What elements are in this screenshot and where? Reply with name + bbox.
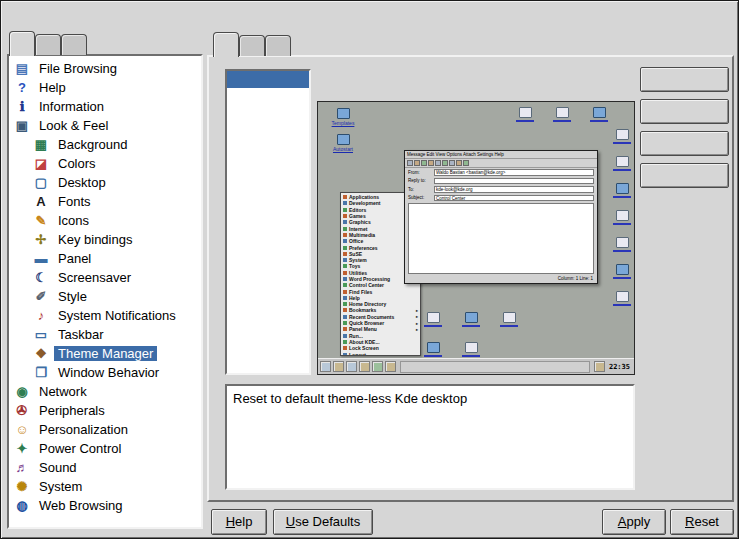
tree-item[interactable]: ◍ Web Browsing	[9, 496, 201, 515]
help-button[interactable]: Help	[211, 509, 267, 535]
tree-item-label: System	[35, 479, 86, 494]
menu-item-icon	[343, 227, 347, 231]
theme-action-button[interactable]	[640, 99, 729, 124]
tree-item-icon: ℹ	[14, 99, 30, 114]
left-tab[interactable]	[61, 34, 87, 55]
icon-label-line	[613, 223, 631, 225]
reset-button[interactable]: Reset	[670, 509, 734, 535]
menubar-item[interactable]	[8, 13, 26, 17]
desktop-icon-label: Templates	[332, 120, 355, 126]
tree-item[interactable]: ▢ Desktop	[9, 173, 201, 192]
use-defaults-button[interactable]: Use Defaults	[273, 509, 373, 535]
tree-item[interactable]: ▬ Panel	[9, 249, 201, 268]
menu-item-label: Games	[349, 213, 366, 219]
menu-item-label: About KDE...	[349, 339, 380, 345]
mail-toolbar	[405, 159, 597, 168]
menu-item-label: Editors	[349, 207, 366, 213]
menu-item-icon	[343, 296, 347, 300]
menubar	[4, 4, 735, 25]
menu-item-label: Word Processing	[349, 276, 390, 282]
tree-item[interactable]: ✢ Key bindings	[9, 230, 201, 249]
tree-item[interactable]: ♪ System Notifications	[9, 306, 201, 325]
left-tab[interactable]	[35, 34, 61, 55]
tree-item-icon: A	[33, 194, 49, 209]
theme-action-button[interactable]	[640, 131, 729, 156]
tree-item[interactable]: ▤ File Browsing	[9, 59, 201, 78]
theme-list-item[interactable]	[227, 105, 309, 122]
tree-item-label: Desktop	[54, 175, 110, 190]
tree-item[interactable]: ☺ Personalization	[9, 420, 201, 439]
icon-label-line	[424, 325, 442, 327]
menu-item-label: SuSE	[349, 251, 362, 257]
tree-item[interactable]: ✐ Style	[9, 287, 201, 306]
tree-item-label: Panel	[54, 251, 95, 266]
desktop-icon	[613, 210, 631, 225]
desktop-icon	[500, 312, 518, 327]
tree-item-label: Power Control	[35, 441, 125, 456]
desktop-icon	[551, 107, 573, 122]
file-icon	[616, 129, 629, 140]
tree-item[interactable]: ♬ Sound	[9, 458, 201, 477]
left-tab[interactable]	[9, 31, 35, 56]
tree-item[interactable]: ▣ Look & Feel	[9, 116, 201, 135]
theme-list-item[interactable]	[227, 71, 309, 88]
menu-item-label: Logout...	[349, 352, 370, 356]
taskbar-window-button	[400, 361, 590, 373]
tree-item-icon: ☺	[14, 422, 30, 437]
toolbar-icon	[435, 160, 441, 166]
tree-item[interactable]: ❖ Theme Manager	[9, 344, 201, 363]
tree-item-label: Sound	[35, 460, 81, 475]
tree-item-icon: ✦	[14, 441, 30, 456]
mail-header-field: From: Waldo Bastian <bastian@kde.org>	[405, 168, 597, 177]
right-tab[interactable]	[265, 35, 291, 56]
tree-item[interactable]: A Fonts	[9, 192, 201, 211]
theme-list-item[interactable]	[227, 122, 309, 139]
menubar-item[interactable]	[44, 13, 62, 17]
taskbar-icon	[385, 361, 396, 372]
theme-list-item[interactable]	[227, 139, 309, 156]
file-icon	[427, 342, 440, 353]
right-tab[interactable]	[239, 35, 265, 56]
tree-item[interactable]: ▭ Taskbar	[9, 325, 201, 344]
menu-item-icon	[343, 208, 347, 212]
menu-item-icon	[343, 327, 347, 331]
preview-bottom-icons	[424, 312, 518, 327]
theme-action-button[interactable]	[640, 163, 729, 188]
file-icon	[616, 210, 629, 221]
tree-item[interactable]: ✎ Icons	[9, 211, 201, 230]
tree-item[interactable]: ◉ Network	[9, 382, 201, 401]
apply-button[interactable]: Apply	[602, 509, 666, 535]
icon-label-line	[500, 325, 518, 327]
right-tab[interactable]	[213, 32, 239, 57]
tree-item[interactable]: ▦ Background	[9, 135, 201, 154]
tree-item[interactable]: ℹ Information	[9, 97, 201, 116]
menu-item-label: Home Directory	[349, 301, 386, 307]
theme-action-button[interactable]	[640, 67, 729, 92]
tree-item-icon: ▭	[33, 327, 49, 342]
preview-right-icons	[613, 129, 631, 306]
tree-item[interactable]: ❐ Window Behavior	[9, 363, 201, 382]
kde-control-center-window: ▤ File Browsing ? Help ℹ Information ▣ L…	[0, 0, 739, 539]
tree-item[interactable]: ✺ System	[9, 477, 201, 496]
icon-label-line	[613, 169, 631, 171]
tree-item[interactable]: ✦ Power Control	[9, 439, 201, 458]
toolbar-icon	[414, 160, 420, 166]
tree-item-icon: ☾	[33, 270, 49, 285]
menu-item-icon	[343, 195, 347, 199]
field-label: Reply to:	[408, 178, 432, 183]
tree-item[interactable]: ? Help	[9, 78, 201, 97]
menubar-item[interactable]	[62, 13, 80, 17]
tree-item[interactable]: ◪ Colors	[9, 154, 201, 173]
tree-item[interactable]: ☾ Screensaver	[9, 268, 201, 287]
tree-item-label: Style	[54, 289, 91, 304]
file-icon	[616, 183, 629, 194]
menubar-item[interactable]	[26, 13, 44, 17]
theme-list-item[interactable]	[227, 88, 309, 105]
file-icon	[427, 312, 440, 323]
tree-item[interactable]: ✇ Peripherals	[9, 401, 201, 420]
submenu-arrow-icon: ▸	[416, 327, 418, 332]
icon-label-line	[613, 277, 631, 279]
left-tabbar	[9, 31, 87, 55]
tree-item-label: Fonts	[54, 194, 95, 209]
menu-item-label: Control Center	[349, 282, 384, 288]
